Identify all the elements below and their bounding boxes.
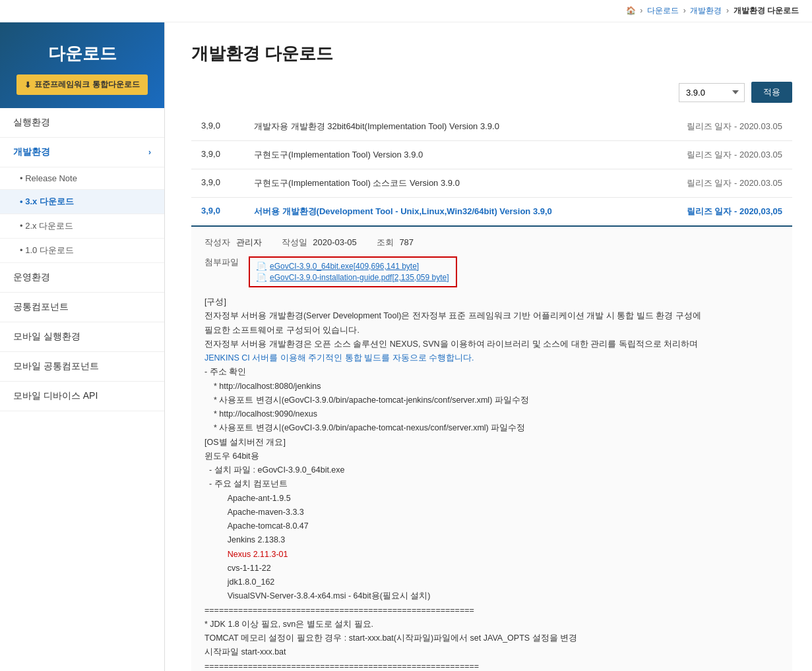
- sidebar-item-release-note[interactable]: • Release Note: [0, 167, 164, 190]
- date-section: 작성일 2020-03-05: [282, 237, 357, 248]
- table-row[interactable]: 3,9,0 개발자용 개발환경 32bit64bit(Implementatio…: [191, 113, 792, 141]
- row-title: 개발자용 개발환경 32bit64bit(Implementation Tool…: [244, 113, 646, 141]
- desc-line-1: [구성] 전자정부 서버용 개발환경(Server Development To…: [204, 297, 701, 349]
- page-title: 개발환경 다운로드: [191, 42, 792, 65]
- row-version: 3,9,0: [191, 113, 244, 141]
- sidebar-header: 다운로드 ⬇ 표준프레임워크 통합다운로드: [0, 22, 164, 108]
- row-version: 3,9,0: [191, 169, 244, 198]
- chevron-right-icon: ›: [148, 148, 151, 157]
- description-text: [구성] 전자정부 서버용 개발환경(Server Development To…: [204, 295, 779, 671]
- download-icon: ⬇: [24, 80, 31, 90]
- row-title: 구현도구(Implementation Tool) 소스코드 Version 3…: [244, 169, 646, 198]
- desc-jenkins-line: JENKINS CI 서버를 이용해 주기적인 통합 빌드를 자동으로 수행합니…: [204, 353, 474, 363]
- views-section: 조회 787: [377, 237, 414, 248]
- file-name-1: eGovCI-3.9.0_64bit.exe[409,696,141 byte]: [270, 262, 419, 271]
- sidebar-title: 다운로드: [13, 42, 151, 65]
- release-note-label: • Release Note: [20, 173, 77, 183]
- row-date: 릴리즈 일자 - 2020.03.05: [646, 141, 792, 169]
- mobile-common-label: 모바일 공통컴포넌트: [13, 361, 99, 372]
- row-title: 서버용 개발환경(Development Tool - Unix,Linux,W…: [244, 198, 646, 227]
- sidebar-item-mobile-runtime[interactable]: 모바일 실행환경: [0, 322, 164, 352]
- expanded-meta: 작성자 관리자 작성일 2020-03-05 조회 787: [204, 237, 779, 248]
- 2x-download-label: • 2.x 다운로드: [20, 221, 73, 231]
- file-icon-1: 📄: [257, 262, 266, 271]
- version-select[interactable]: 3.9.0 3.8.0 3.7.0 3.6.0: [679, 83, 745, 102]
- breadcrumb-current: 개발환경 다운로드: [734, 6, 799, 15]
- views-label: 조회: [377, 237, 394, 247]
- breadcrumb: 🏠 › 다운로드 › 개발환경 › 개발환경 다운로드: [0, 0, 812, 22]
- page-layout: 다운로드 ⬇ 표준프레임워크 통합다운로드 실행환경 개발환경 › • Rele…: [0, 22, 812, 671]
- apply-button[interactable]: 적용: [751, 82, 792, 103]
- author-label: 작성자: [204, 237, 230, 247]
- row-date: 릴리즈 일자 - 2020.03.05: [646, 113, 792, 141]
- file-name-2: eGovCI-3.9.0-installation-guide.pdf[2,13…: [270, 273, 449, 282]
- row-date: 릴리즈 일자 - 2020,03,05: [646, 198, 792, 227]
- row-date: 릴리즈 일자 - 2020.03.05: [646, 169, 792, 198]
- sidebar-item-mobile-device-api[interactable]: 모바일 디바이스 API: [0, 382, 164, 411]
- attachment-files-box: 📄 eGovCI-3.9.0_64bit.exe[409,696,141 byt…: [249, 256, 457, 287]
- sidebar-item-1x-download[interactable]: • 1.0 다운로드: [0, 239, 164, 263]
- expanded-content: 작성자 관리자 작성일 2020-03-05 조회 787: [204, 237, 779, 671]
- operations-label: 운영환경: [13, 272, 50, 283]
- mobile-runtime-label: 모바일 실행환경: [13, 331, 80, 343]
- mobile-device-api-label: 모바일 디바이스 API: [13, 390, 98, 402]
- download-table: 3,9,0 개발자용 개발환경 32bit64bit(Implementatio…: [191, 113, 792, 671]
- 1x-download-label: • 1.0 다운로드: [20, 245, 74, 255]
- desc-line-addr: - 주소 확인 * http://localhost:8080/jenkins …: [204, 367, 529, 558]
- 3x-download-label: • 3.x 다운로드: [20, 196, 74, 206]
- table-row[interactable]: 3,9,0 구현도구(Implementation Tool) 소스코드 Ver…: [191, 169, 792, 198]
- file-icon-2: 📄: [257, 273, 266, 282]
- sidebar-item-mobile-common[interactable]: 모바일 공통컴포넌트: [0, 352, 164, 382]
- unified-download-button[interactable]: ⬇ 표준프레임워크 통합다운로드: [16, 74, 147, 95]
- attachment-file-1[interactable]: 📄 eGovCI-3.9.0_64bit.exe[409,696,141 byt…: [257, 262, 449, 271]
- sidebar-item-2x-download[interactable]: • 2.x 다운로드: [0, 214, 164, 239]
- home-icon[interactable]: 🏠: [626, 6, 636, 15]
- unified-download-label: 표준프레임워크 통합다운로드: [34, 79, 139, 90]
- row-title: 구현도구(Implementation Tool) Version 3.9.0: [244, 141, 646, 169]
- row-version: 3,9,0: [191, 141, 244, 169]
- runtime-label: 실행환경: [13, 117, 50, 129]
- main-content: 개발환경 다운로드 3.9.0 3.8.0 3.7.0 3.6.0 적용 3,9…: [165, 22, 812, 671]
- expanded-detail-row: 작성자 관리자 작성일 2020-03-05 조회 787: [191, 226, 792, 671]
- author-section: 작성자 관리자: [204, 237, 262, 248]
- sidebar-navigation: 실행환경 개발환경 › • Release Note • 3.x 다운로드 • …: [0, 108, 164, 411]
- date-label: 작성일: [282, 237, 307, 247]
- table-row[interactable]: 3,9,0 구현도구(Implementation Tool) Version …: [191, 141, 792, 169]
- common-components-label: 공통컴포넌트: [13, 301, 69, 313]
- sidebar: 다운로드 ⬇ 표준프레임워크 통합다운로드 실행환경 개발환경 › • Rele…: [0, 22, 165, 671]
- breadcrumb-download[interactable]: 다운로드: [647, 6, 679, 15]
- attachment-label: 첨부파일: [204, 256, 239, 268]
- row-version: 3,9,0: [191, 198, 244, 227]
- sidebar-item-common-components[interactable]: 공통컴포넌트: [0, 293, 164, 322]
- sidebar-item-devenv[interactable]: 개발환경 ›: [0, 138, 164, 167]
- devenv-label: 개발환경: [13, 146, 50, 158]
- version-selector-row: 3.9.0 3.8.0 3.7.0 3.6.0 적용: [191, 82, 792, 103]
- date-value: 2020-03-05: [313, 237, 357, 247]
- author-value: 관리자: [236, 237, 262, 247]
- desc-nexus-line: Nexus 2.11.3-01: [228, 550, 288, 559]
- attachment-file-2[interactable]: 📄 eGovCI-3.9.0-installation-guide.pdf[2,…: [257, 273, 449, 282]
- sidebar-item-3x-download[interactable]: • 3.x 다운로드: [0, 190, 164, 214]
- sidebar-item-operations[interactable]: 운영환경: [0, 263, 164, 293]
- views-value: 787: [399, 237, 414, 247]
- desc-line-rest: cvs-1-11-22 jdk1.8.0_162 VisualSVN-Serve…: [204, 564, 577, 671]
- breadcrumb-devenv[interactable]: 개발환경: [690, 6, 722, 15]
- sidebar-item-runtime[interactable]: 실행환경: [0, 108, 164, 138]
- attachments-section: 첨부파일 📄 eGovCI-3.9.0_64bit.exe[409,696,14…: [204, 256, 779, 287]
- table-row-highlighted[interactable]: 3,9,0 서버용 개발환경(Development Tool - Unix,L…: [191, 198, 792, 227]
